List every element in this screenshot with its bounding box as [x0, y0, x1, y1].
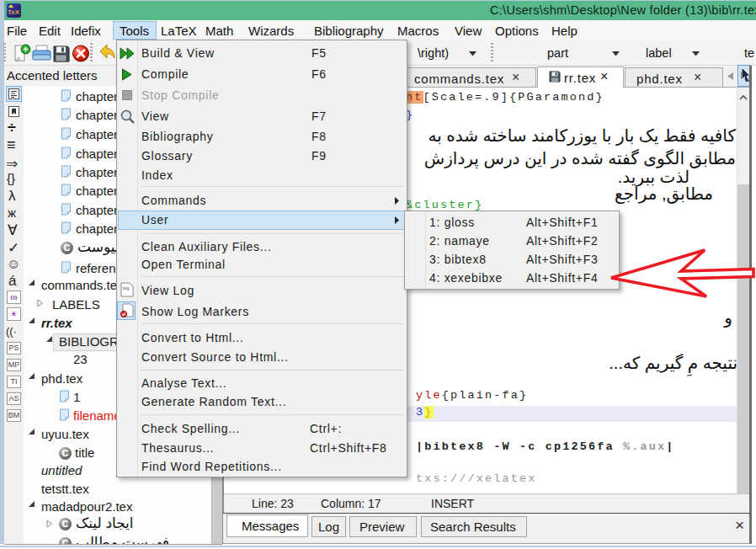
- svg-text:log: log: [123, 285, 129, 290]
